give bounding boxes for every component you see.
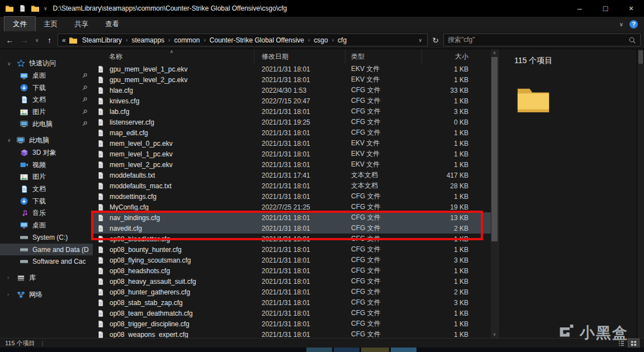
- cube-icon: [20, 149, 29, 158]
- file-type-cell: EKV 文件: [345, 139, 422, 148]
- file-row[interactable]: op08_headshots.cfg2021/1/31 18:01CFG 文件1…: [93, 265, 491, 276]
- sidebar-section-libraries[interactable]: ›库: [0, 272, 93, 284]
- file-row[interactable]: op08_flying_scoutsman.cfg2021/1/31 18:01…: [93, 255, 491, 265]
- sidebar-section-this-pc[interactable]: ∨此电脑: [0, 134, 93, 147]
- sidebar-item[interactable]: 3D 对象: [0, 147, 93, 159]
- file-row[interactable]: op08_heavy_assault_suit.cfg2021/1/31 18:…: [93, 276, 491, 287]
- sidebar-item[interactable]: 桌面: [0, 220, 93, 232]
- file-row[interactable]: gpu_mem_level_1_pc.ekv2021/1/31 18:01EKV…: [93, 64, 491, 74]
- picture-icon: [20, 108, 29, 117]
- expander-icon[interactable]: ›: [7, 292, 12, 297]
- sidebar-item[interactable]: 下载: [0, 195, 93, 207]
- file-row[interactable]: mem_level_2_pc.ekv2021/1/31 18:01EKV 文件1…: [93, 159, 491, 170]
- ribbon-collapse-icon[interactable]: ∨: [619, 21, 623, 27]
- breadcrumb-separator-icon[interactable]: ›: [307, 37, 310, 43]
- address-bar[interactable]: « SteamLibrary›steamapps›common›Counter-…: [58, 34, 428, 46]
- file-size-cell: 1 KB: [422, 193, 478, 201]
- sidebar-item-label: Game and Data (D: [32, 246, 89, 254]
- minimize-button[interactable]: –: [567, 0, 593, 17]
- file-row[interactable]: mem_level_0_pc.ekv2021/1/31 18:01EKV 文件1…: [93, 138, 491, 149]
- sidebar-item[interactable]: 图片: [0, 106, 93, 118]
- breadcrumb-separator-icon[interactable]: ›: [203, 37, 206, 43]
- expander-icon[interactable]: ›: [7, 275, 12, 280]
- sidebar-item[interactable]: 桌面: [0, 70, 93, 82]
- preview-scrollbar[interactable]: [637, 49, 644, 338]
- thumbnail-view-icon[interactable]: [628, 339, 639, 348]
- breadcrumb-item[interactable]: csgo: [311, 36, 330, 45]
- file-list-scrollbar[interactable]: ∧ ∨: [491, 49, 498, 338]
- close-button[interactable]: ×: [618, 0, 644, 17]
- qat-new-folder-icon[interactable]: [31, 4, 40, 13]
- file-icon: [96, 309, 105, 318]
- refresh-icon[interactable]: ↻: [429, 36, 442, 45]
- ribbon-tab-view[interactable]: 查看: [97, 17, 127, 31]
- file-row[interactable]: lab.cfg2021/1/31 18:01CFG 文件3 KB: [93, 106, 491, 117]
- file-row[interactable]: knives.cfg2022/7/15 20:47CFG 文件1 KB: [93, 96, 491, 106]
- breadcrumb-item[interactable]: cfg: [335, 36, 349, 45]
- ribbon-tab-share[interactable]: 共享: [66, 17, 97, 31]
- ribbon-tab-home[interactable]: 主页: [35, 17, 66, 31]
- scroll-up-icon[interactable]: ∧: [491, 50, 498, 55]
- back-button[interactable]: ←: [3, 36, 16, 45]
- column-header-1[interactable]: 修改日期: [254, 49, 345, 64]
- scrollbar-thumb[interactable]: [491, 57, 498, 241]
- file-type-cell: EKV 文件: [345, 149, 422, 159]
- breadcrumb-item[interactable]: SteamLibrary: [79, 36, 125, 45]
- screen: ∨ D:\SteamLibrary\steamapps\common\Count…: [0, 0, 644, 352]
- maximize-button[interactable]: □: [593, 0, 618, 17]
- breadcrumb-separator-icon[interactable]: ›: [332, 37, 334, 43]
- sidebar-item[interactable]: 音乐: [0, 207, 93, 220]
- sidebar-item[interactable]: 下载: [0, 82, 93, 94]
- file-row[interactable]: listenserver.cfg2021/1/31 19:25CFG 文件0 K…: [93, 117, 491, 127]
- sidebar-section-quick-access[interactable]: ∨快速访问: [0, 57, 93, 70]
- preview-scrollbar-thumb[interactable]: [638, 50, 643, 64]
- column-header-3[interactable]: 大小: [422, 49, 478, 64]
- address-dropdown-icon[interactable]: ∨: [416, 37, 424, 43]
- sidebar-item[interactable]: Game and Data (D: [0, 244, 93, 256]
- breadcrumb-separator-icon[interactable]: ›: [125, 37, 128, 43]
- breadcrumb-separator-icon[interactable]: ›: [168, 37, 171, 43]
- sidebar-item[interactable]: 此电脑: [0, 118, 93, 130]
- expander-icon[interactable]: ∨: [7, 61, 12, 66]
- sidebar-item[interactable]: 图片: [0, 171, 93, 183]
- qat-dropdown-icon[interactable]: ∨: [44, 6, 48, 11]
- help-icon[interactable]: ?: [629, 20, 638, 28]
- breadcrumb-item[interactable]: common: [171, 36, 202, 45]
- file-row[interactable]: op08_hunter_gatherers.cfg2021/1/31 18:01…: [93, 287, 491, 297]
- up-button[interactable]: ↑: [43, 36, 56, 45]
- sidebar-item[interactable]: 文档: [0, 94, 93, 106]
- file-row[interactable]: modsettings.cfg2021/1/31 18:01CFG 文件1 KB: [93, 191, 491, 202]
- breadcrumb-overflow-icon[interactable]: «: [61, 36, 67, 44]
- search-input[interactable]: 搜索"cfg": [443, 34, 641, 46]
- forward-button[interactable]: →: [18, 36, 31, 45]
- file-row[interactable]: op08_weapons_expert.cfg2021/1/31 18:01CF…: [93, 329, 491, 338]
- column-header-0[interactable]: 名称: [93, 49, 254, 64]
- file-row[interactable]: op08_trigger_discipline.cfg2021/1/31 18:…: [93, 318, 491, 329]
- search-icon[interactable]: [628, 36, 636, 44]
- file-name: op08_heavy_assault_suit.cfg: [110, 278, 196, 286]
- sidebar-item[interactable]: System (C:): [0, 231, 93, 244]
- file-row[interactable]: gpu_mem_level_2_pc.ekv2021/1/31 18:01EKV…: [93, 74, 491, 85]
- file-row[interactable]: op08_stab_stab_zap.cfg2021/1/31 18:01CFG…: [93, 297, 491, 308]
- recent-locations-icon[interactable]: ∨: [32, 37, 41, 43]
- expander-icon[interactable]: ∨: [7, 137, 12, 143]
- sidebar-item[interactable]: 文档: [0, 183, 93, 196]
- file-row[interactable]: moddefaults.txt2021/1/31 17:41文本文档417 KB: [93, 170, 491, 180]
- file-row[interactable]: hlae.cfg2022/4/30 1:53CFG 文件33 KB: [93, 85, 491, 96]
- sidebar-section-network[interactable]: ›网络: [0, 288, 93, 301]
- file-row[interactable]: op08_team_deathmatch.cfg2021/1/31 18:01C…: [93, 308, 491, 318]
- sidebar-item[interactable]: 视频: [0, 159, 93, 172]
- breadcrumb-item[interactable]: Counter-Strike Global Offensive: [207, 36, 307, 45]
- file-row[interactable]: op08_bounty_hunter.cfg2021/1/31 18:01CFG…: [93, 244, 491, 255]
- file-row[interactable]: mem_level_1_pc.ekv2021/1/31 18:01EKV 文件1…: [93, 149, 491, 159]
- ribbon-tab-file[interactable]: 文件: [4, 17, 35, 31]
- column-header-2[interactable]: 类型: [345, 49, 422, 64]
- file-row[interactable]: map_edit.cfg2021/1/31 18:01CFG 文件1 KB: [93, 127, 491, 138]
- file-name-cell: op08_flying_scoutsman.cfg: [93, 256, 254, 265]
- file-row[interactable]: moddefaults_mac.txt2021/1/31 18:01文本文档28…: [93, 180, 491, 191]
- pin-icon: [82, 85, 88, 93]
- qat-properties-icon[interactable]: [18, 4, 27, 13]
- scroll-down-icon[interactable]: ∨: [491, 332, 498, 337]
- breadcrumb-item[interactable]: steamapps: [129, 36, 167, 45]
- sidebar-item[interactable]: Software and Cac: [0, 255, 93, 268]
